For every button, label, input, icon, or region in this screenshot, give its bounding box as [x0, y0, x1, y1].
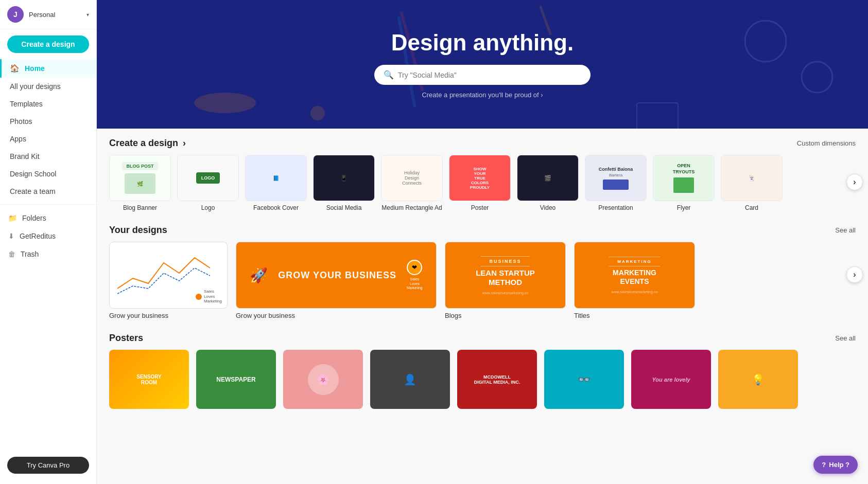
avatar: J	[7, 6, 24, 23]
svg-point-0	[194, 93, 256, 113]
templates-scroll-right[interactable]: ›	[846, 174, 863, 190]
nav-divider	[0, 204, 96, 205]
hero-decorations	[97, 0, 868, 129]
your-designs-title: Your designs	[109, 225, 167, 236]
create-design-button[interactable]: Create a design	[7, 35, 89, 53]
main-nav: 🏠 Home All your designs Templates Photos…	[0, 59, 96, 200]
posters-title: Posters	[109, 333, 143, 344]
try-pro-button[interactable]: Try Canva Pro	[7, 457, 89, 474]
sidebar-item-templates[interactable]: Templates	[0, 95, 96, 113]
account-name: Personal	[29, 11, 81, 19]
design-label-2: Blogs	[445, 312, 566, 319]
template-presentation[interactable]: Confetti Baiona Bartera Presentation	[585, 155, 647, 211]
template-label-presentation: Presentation	[598, 204, 633, 211]
sidebar-item-all-designs[interactable]: All your designs	[0, 78, 96, 95]
sidebar-item-apps[interactable]: Apps	[0, 130, 96, 148]
trash-icon	[8, 249, 15, 258]
svg-point-6	[802, 62, 832, 93]
hero-subtitle[interactable]: Create a presentation you'll be proud of…	[422, 91, 543, 99]
custom-dimensions-link[interactable]: Custom dimensions	[797, 139, 856, 147]
template-social-media[interactable]: 📱 Social Media	[313, 155, 375, 211]
template-label-poster: Poster	[471, 204, 489, 211]
svg-rect-7	[637, 103, 678, 129]
template-label-flyer: Flyer	[677, 204, 691, 211]
designs-scroll-right[interactable]: ›	[846, 266, 863, 283]
download-icon	[8, 231, 14, 240]
template-logo[interactable]: LOGO Logo	[177, 155, 239, 211]
svg-point-1	[310, 106, 325, 120]
template-label-blog: Blog Banner	[123, 204, 157, 211]
help-button[interactable]: ? Help ?	[813, 456, 858, 474]
folder-icon	[8, 213, 17, 222]
posters-see-all[interactable]: See all	[835, 334, 856, 342]
chevron-down-icon: ▾	[86, 12, 89, 17]
template-label-facebook: Facebook Cover	[253, 204, 299, 211]
sidebar-item-trash[interactable]: Trash	[0, 245, 96, 263]
help-icon: ?	[822, 461, 826, 469]
sidebar-item-home[interactable]: 🏠 Home	[0, 59, 96, 78]
poster-card-7[interactable]: 💡	[718, 350, 798, 409]
sidebar-item-getreditus[interactable]: GetReditus	[0, 227, 96, 245]
template-label-social: Social Media	[326, 204, 362, 211]
your-designs-see-all[interactable]: See all	[835, 226, 856, 234]
svg-point-5	[745, 21, 786, 62]
hero-title: Design anything.	[391, 30, 574, 56]
poster-card-3[interactable]: 👤	[370, 350, 450, 409]
home-icon: 🏠	[10, 64, 20, 73]
sidebar-item-design-school[interactable]: Design School	[0, 165, 96, 183]
template-medium-rectangle[interactable]: HolidayDesignConnects Medium Rectangle A…	[381, 155, 443, 211]
template-label-rectangle: Medium Rectangle Ad	[381, 204, 442, 211]
create-design-section-header: Create a design › Custom dimensions	[97, 129, 868, 155]
poster-card-2[interactable]: 🌸	[283, 350, 363, 409]
template-poster[interactable]: SHOWYOURTRUECOLORSPROUDLY Poster	[449, 155, 511, 211]
templates-row-container: BLOG POST 🌿 Blog Banner LOGO Logo 📘	[97, 155, 868, 216]
main-content: Design anything. 🔍 Create a presentation…	[97, 0, 868, 484]
poster-card-5[interactable]: 👓	[544, 350, 624, 409]
sidebar-header[interactable]: J Personal ▾	[0, 0, 96, 29]
template-blog-banner[interactable]: BLOG POST 🌿 Blog Banner	[109, 155, 171, 211]
sidebar-item-folders[interactable]: Folders	[0, 209, 96, 227]
template-video[interactable]: 🎬 Video	[517, 155, 579, 211]
posters-section-header: Posters See all	[97, 324, 868, 350]
your-designs-row: SalesLovesMarketing Grow your business 🚀…	[97, 242, 868, 324]
poster-card-1[interactable]: NEWSPAPER	[196, 350, 276, 409]
design-card-0[interactable]: SalesLovesMarketing Grow your business	[109, 242, 228, 319]
template-flyer[interactable]: OPEN TRYOUTS Flyer	[653, 155, 715, 211]
your-designs-section-header: Your designs See all	[97, 216, 868, 242]
template-label-card: Card	[745, 204, 758, 211]
template-label-video: Video	[540, 204, 555, 211]
posters-row: SENSORYROOM NEWSPAPER 🌸 👤 MCDOWELLDIGITA…	[97, 350, 868, 421]
sidebar: J Personal ▾ Create a design 🏠 Home All …	[0, 0, 97, 484]
design-card-2[interactable]: BUSINESS LEAN STARTUPMETHOD www.saleslov…	[445, 242, 566, 319]
poster-card-4[interactable]: MCDOWELLDIGITAL MEDIA, INC.	[457, 350, 537, 409]
design-label-3: Titles	[574, 312, 695, 319]
template-facebook-cover[interactable]: 📘 Facebook Cover	[245, 155, 307, 211]
search-icon: 🔍	[384, 70, 394, 80]
sidebar-item-brand-kit[interactable]: Brand Kit	[0, 148, 96, 165]
poster-card-0[interactable]: SENSORYROOM	[109, 350, 189, 409]
sidebar-item-photos[interactable]: Photos	[0, 113, 96, 130]
design-card-3[interactable]: MARKETING MARKETINGEVENTS www.salesloves…	[574, 242, 695, 319]
hero-search-box[interactable]: 🔍	[374, 65, 591, 85]
search-input[interactable]	[398, 71, 581, 79]
your-designs-row-container: SalesLovesMarketing Grow your business 🚀…	[97, 242, 868, 324]
template-label-logo: Logo	[201, 204, 215, 211]
design-label-1: Grow your business	[236, 312, 437, 319]
templates-row: BLOG POST 🌿 Blog Banner LOGO Logo 📘	[97, 155, 868, 216]
poster-card-6[interactable]: You are lovely	[631, 350, 711, 409]
design-card-1[interactable]: 🚀 GROW YOUR BUSINESS ❤ SalesLovesMarketi…	[236, 242, 437, 319]
hero-banner: Design anything. 🔍 Create a presentation…	[97, 0, 868, 129]
template-card[interactable]: 🃏 Card	[721, 155, 783, 211]
design-label-0: Grow your business	[109, 312, 228, 319]
create-design-title: Create a design ›	[109, 138, 186, 149]
sidebar-item-create-team[interactable]: Create a team	[0, 183, 96, 200]
